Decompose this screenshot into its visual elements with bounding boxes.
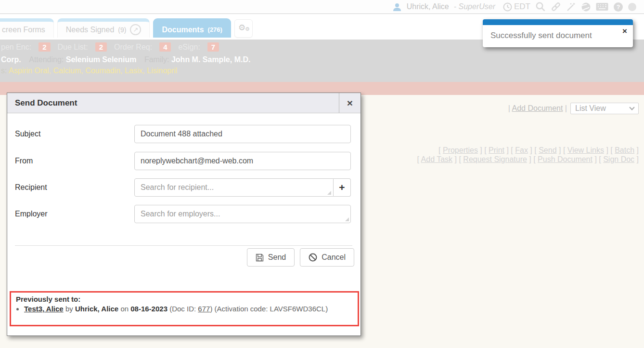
svg-text:?: ?: [617, 4, 620, 11]
recipient-search-input[interactable]: [134, 178, 334, 197]
webchart-app: Uhrick, Alice - SuperUser EDT: [0, 0, 644, 348]
action-send[interactable]: Send: [539, 146, 556, 154]
tab-screen-forms-label: creen Forms: [2, 26, 45, 34]
add-document-link[interactable]: Add Document: [512, 104, 563, 112]
dialog-close-button[interactable]: ×: [339, 93, 361, 113]
employer-row: Employer: [15, 205, 357, 223]
gear-icon: ⚙: [245, 26, 250, 32]
button-divider: [15, 245, 352, 246]
sent-date: 08-16-2023: [130, 305, 167, 313]
doc-id-label: (Doc ID:: [169, 305, 196, 313]
previously-sent-list: Test3, Alice by Uhrick, Alice on 08-16-2…: [24, 305, 353, 313]
clock-icon: [503, 2, 512, 12]
from-label: From: [15, 157, 134, 165]
add-recipient-button[interactable]: +: [334, 178, 351, 197]
subject-label: Subject: [15, 130, 134, 138]
allergies-list[interactable]: Aspirin Oral, Calcium, Coumadin, Lasix, …: [9, 67, 177, 75]
send-document-dialog: Send Document × Subject From Recipient +: [7, 93, 361, 336]
counter-esign-label: eSign:: [178, 43, 200, 52]
action-request-signature[interactable]: Request Signature: [463, 155, 527, 163]
previously-sent-box: Previously sent to: Test3, Alice by Uhri…: [10, 291, 359, 326]
employer-label: Employer: [15, 210, 134, 218]
action-view-links[interactable]: View Links: [567, 146, 604, 154]
sent-recipient-link[interactable]: Test3, Alice: [24, 305, 64, 313]
from-row: From: [15, 152, 357, 170]
action-batch[interactable]: Batch: [615, 146, 634, 154]
counter-order-req-badge[interactable]: 4: [159, 42, 171, 52]
counter-due-list-label: Due List:: [58, 43, 88, 52]
send-button-label: Send: [268, 253, 286, 262]
action-fax[interactable]: Fax: [515, 146, 528, 154]
search-icon[interactable]: [535, 1, 546, 12]
tab-documents[interactable]: Documents (276): [153, 18, 231, 38]
wand-icon[interactable]: [566, 2, 576, 12]
counter-esign-badge[interactable]: 7: [207, 42, 219, 52]
view-mode-select[interactable]: List View: [570, 103, 639, 114]
document-actions: PropertiesPrintFaxSendView LinksBatch Ad…: [417, 146, 639, 164]
tab-documents-label: Documents: [162, 26, 204, 34]
tab-settings-button[interactable]: ⚙ ⚙: [234, 19, 253, 38]
dialog-header: Send Document ×: [7, 93, 361, 113]
document-actions-row1: PropertiesPrintFaxSendView LinksBatch: [417, 146, 639, 155]
success-toast: Successfully sent document ×: [483, 19, 633, 47]
attending-label: Attending:: [29, 55, 64, 64]
user-role: - SuperUser: [454, 2, 495, 11]
gear-icon: ⚙: [238, 23, 245, 33]
action-sign-doc[interactable]: Sign Doc: [603, 155, 634, 163]
dialog-title: Send Document: [7, 93, 339, 113]
action-push-document[interactable]: Push Document: [538, 155, 592, 163]
recipient-label: Recipient: [15, 183, 134, 192]
patient-employer-fragment: Corp.: [1, 55, 21, 64]
previously-sent-entry: Test3, Alice by Uhrick, Alice on 08-16-2…: [24, 305, 353, 313]
toast-accent-bar: [483, 19, 633, 25]
tab-needs-signed[interactable]: Needs Signed (9) ↗: [57, 18, 150, 38]
subject-row: Subject: [15, 125, 357, 143]
timezone-group[interactable]: EDT: [503, 2, 530, 12]
keyboard-icon[interactable]: [596, 2, 608, 11]
presence-indicator: [628, 3, 636, 11]
document-toolbar: Add Document List View: [508, 103, 639, 114]
counter-open-enc-label: pen Enc:: [1, 43, 31, 52]
globe-icon[interactable]: [581, 2, 591, 12]
resize-grip-icon[interactable]: [345, 217, 349, 221]
counter-due-list-badge[interactable]: 2: [95, 42, 107, 52]
add-document-wrap: Add Document: [508, 104, 567, 113]
toast-message: Successfully sent document: [490, 31, 592, 40]
timezone-label: EDT: [514, 2, 530, 12]
chart-tabs: creen Forms Needs Signed (9) ↗ Documents…: [0, 18, 253, 38]
send-button[interactable]: Send: [247, 248, 295, 267]
counter-open-enc-badge[interactable]: 2: [39, 42, 50, 52]
help-icon[interactable]: ?: [613, 2, 623, 12]
save-icon: [256, 254, 264, 262]
counter-order-req-label: Order Req:: [114, 43, 152, 52]
doc-id-link[interactable]: 677: [198, 305, 210, 313]
cancel-button[interactable]: Cancel: [300, 248, 354, 267]
action-properties[interactable]: Properties: [443, 146, 478, 154]
user-name[interactable]: Uhrick, Alice: [407, 2, 449, 11]
attending-value: Selenium Selenium: [66, 55, 137, 64]
sender-name: Uhrick, Alice: [75, 305, 118, 313]
allergies-row: s: Aspirin Oral, Calcium, Coumadin, Lasi…: [0, 64, 644, 75]
document-actions-row2: Add TaskRequest SignaturePush DocumentSi…: [417, 155, 639, 164]
recipient-row: Recipient +: [15, 178, 357, 197]
employer-search-input[interactable]: [134, 205, 351, 223]
patient-demographics-row: Corp. Attending: Selenium Selenium Famil…: [0, 52, 644, 64]
from-input[interactable]: [134, 152, 351, 170]
chevron-down-icon: [629, 105, 634, 110]
view-mode-value: List View: [575, 104, 606, 113]
open-arrow-icon[interactable]: ↗: [130, 24, 141, 35]
doc-id-close-paren: ): [210, 305, 212, 313]
top-bar: Uhrick, Alice - SuperUser EDT: [0, 0, 644, 14]
action-add-task[interactable]: Add Task: [421, 155, 453, 163]
allergies-label-fragment: s:: [1, 67, 7, 75]
previously-sent-heading: Previously sent to:: [16, 295, 353, 303]
family-value: John M. Sample, M.D.: [171, 55, 250, 64]
resize-grip-icon[interactable]: [327, 191, 331, 195]
toast-close-icon[interactable]: ×: [622, 27, 627, 36]
tab-needs-signed-label: Needs Signed: [66, 26, 115, 34]
tab-screen-forms[interactable]: creen Forms: [0, 18, 54, 38]
action-print[interactable]: Print: [489, 146, 504, 154]
subject-input[interactable]: [134, 125, 351, 143]
by-label: by: [65, 305, 73, 313]
link-icon[interactable]: [551, 1, 561, 12]
